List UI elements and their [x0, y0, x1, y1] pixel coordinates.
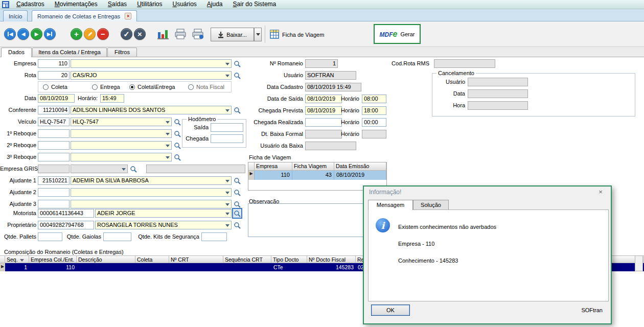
reboque3-code-input[interactable]: [38, 153, 70, 161]
qtde-kits-input[interactable]: [201, 232, 227, 241]
menu-utilitarios[interactable]: Utilitários: [132, 0, 167, 9]
ajudante1-search-icon[interactable]: [233, 176, 241, 185]
dialog-close-icon[interactable]: ×: [596, 188, 605, 196]
rota-combo[interactable]: CAS/RJO: [71, 71, 232, 80]
data-input[interactable]: 08/10/2019: [38, 94, 75, 103]
tab-close-icon[interactable]: ×: [125, 13, 131, 19]
tab-dados[interactable]: Dados: [1, 48, 32, 57]
menu-ajuda[interactable]: Ajuda: [202, 0, 228, 9]
ajudante3-code-input[interactable]: [38, 200, 70, 208]
grid-cell-tipo-docto[interactable]: CTe: [271, 263, 307, 271]
confirm-button[interactable]: ✓: [121, 28, 132, 40]
nav-last-button[interactable]: ▶: [44, 28, 56, 40]
print-button[interactable]: [174, 29, 187, 41]
proprietario-combo[interactable]: ROSANGELA TORRES NUNES: [95, 221, 232, 229]
empresa-gris-code-input[interactable]: [38, 165, 70, 173]
reboque1-code-input[interactable]: [38, 129, 70, 138]
reboque1-search-icon[interactable]: [173, 129, 181, 138]
delete-button[interactable]: −: [97, 28, 109, 40]
data-saida-horario-input[interactable]: 08:00: [362, 95, 386, 103]
proprietario-code-input[interactable]: 00049282794768: [38, 221, 94, 229]
dialog-tab-mensagem[interactable]: Mensagem: [368, 200, 413, 210]
grid-cell-seq[interactable]: 1: [5, 263, 29, 271]
dialog-tab-solucao[interactable]: Solução: [413, 200, 449, 209]
baixar-button[interactable]: Baixar...: [211, 28, 254, 41]
menu-sair[interactable]: Sair do Sistema: [228, 0, 282, 9]
motorista-code-input[interactable]: 00006141136443: [38, 209, 94, 218]
reboque3-combo[interactable]: [71, 153, 172, 161]
tab-itens-coleta-entrega[interactable]: Itens da Coleta / Entrega: [32, 48, 107, 57]
empresa-code-input[interactable]: 110: [38, 59, 70, 68]
nav-next-button[interactable]: ▶: [31, 28, 42, 40]
edit-button[interactable]: [84, 28, 96, 40]
ajudante2-combo[interactable]: [71, 188, 232, 197]
observacao-textarea[interactable]: [248, 203, 363, 237]
baixar-dropdown-button[interactable]: [254, 28, 262, 41]
empresa-gris-search-icon[interactable]: [129, 165, 137, 173]
grid-cell-ndocto[interactable]: 145283: [307, 263, 356, 271]
ficha-header-ficha[interactable]: Ficha Viagem: [292, 162, 334, 171]
grid-header-coleta[interactable]: Coleta: [135, 255, 169, 263]
hodometro-chegada-input[interactable]: [211, 134, 243, 143]
conferente-search-icon[interactable]: [233, 106, 241, 114]
horario-input[interactable]: 15:49: [100, 94, 124, 103]
reboque2-search-icon[interactable]: [173, 141, 181, 150]
grid-header-descricao[interactable]: Descrição: [77, 255, 135, 263]
motorista-search-icon[interactable]: [233, 209, 241, 218]
proprietario-search-icon[interactable]: [233, 221, 241, 229]
empresa-gris-combo[interactable]: [71, 165, 128, 173]
ficha-header-emissao[interactable]: Data Emissão: [334, 162, 386, 171]
ajudante2-code-input[interactable]: [38, 188, 70, 197]
radio-entrega[interactable]: [92, 84, 98, 90]
grid-cell-ncrt[interactable]: [169, 263, 223, 271]
radio-coleta[interactable]: [43, 84, 49, 90]
reboque1-combo[interactable]: [71, 129, 172, 138]
ok-button[interactable]: OK: [371, 305, 410, 316]
empresa-combo[interactable]: [71, 59, 232, 68]
tab-inicio[interactable]: Início: [3, 10, 28, 21]
ficha-viagem-toolbar-label[interactable]: Ficha de Viagem: [282, 31, 324, 39]
grid-header-empresa[interactable]: Empresa Col./Ent.: [29, 255, 77, 263]
grid-cell-seqcrt[interactable]: [223, 263, 271, 271]
grid-header-seqcrt[interactable]: Sequência CRT: [223, 255, 271, 263]
ajudante3-search-icon[interactable]: [233, 200, 241, 208]
rota-search-icon[interactable]: [233, 71, 241, 80]
veiculo-search-icon[interactable]: [173, 118, 181, 126]
grid-scrollbar[interactable]: [635, 255, 643, 271]
grid-header-tipo-docto[interactable]: Tipo Docto: [271, 255, 307, 263]
ficha-viagem-button[interactable]: [270, 30, 279, 40]
menu-movimentacoes[interactable]: Movimentações: [50, 0, 103, 9]
conferente-combo[interactable]: ADILSON LINHARES DOS SANTOS: [71, 106, 232, 114]
ajudante1-code-input[interactable]: 21510221: [38, 176, 70, 185]
tab-romaneio[interactable]: Romaneio de Coletas e Entregas ×: [32, 10, 137, 21]
gerar-mdfe-button[interactable]: MDFe Gerar: [374, 24, 421, 44]
ajudante1-combo[interactable]: ADEMIR DA SILVA BARBOSA: [71, 176, 232, 185]
grid-header-seq[interactable]: Seq.: [5, 255, 29, 263]
cancel-button[interactable]: ×: [134, 28, 146, 40]
ficha-cell-empresa[interactable]: 110: [255, 171, 292, 180]
grid-cell-descricao[interactable]: [77, 263, 135, 271]
ficha-cell-ficha[interactable]: 43: [292, 171, 334, 180]
menu-usuarios[interactable]: Usuários: [167, 0, 201, 9]
nav-prev-button[interactable]: ◀: [17, 28, 29, 40]
rota-code-input[interactable]: 20: [38, 71, 70, 80]
grid-cell-coleta[interactable]: [135, 263, 169, 271]
nav-first-button[interactable]: ◀: [4, 28, 16, 40]
ficha-cell-emissao[interactable]: 08/10/2019: [334, 171, 386, 180]
chegada-realizada-horario-input[interactable]: 00:00: [362, 118, 386, 127]
chart-button[interactable]: [156, 28, 169, 41]
seq-filter-icon[interactable]: [20, 259, 24, 262]
qtde-pallets-input[interactable]: [38, 232, 62, 241]
menu-cadastros[interactable]: Cadastros: [11, 0, 50, 9]
tab-filtros[interactable]: Filtros: [107, 48, 137, 57]
add-button[interactable]: +: [71, 28, 82, 40]
grid-cell-empresa[interactable]: 110: [29, 263, 77, 271]
motorista-combo[interactable]: ADEIR JORGE: [95, 209, 232, 218]
menu-saidas[interactable]: Saídas: [103, 0, 132, 9]
ficha-header-empresa[interactable]: Empresa: [255, 162, 292, 171]
chegada-prevista-horario-input[interactable]: 18:00: [362, 106, 386, 115]
veiculo-code-input[interactable]: HLQ-7547: [38, 118, 70, 126]
ajudante3-combo[interactable]: [71, 200, 232, 208]
radio-coleta-entrega[interactable]: [129, 84, 135, 90]
reboque2-combo[interactable]: [71, 141, 172, 150]
